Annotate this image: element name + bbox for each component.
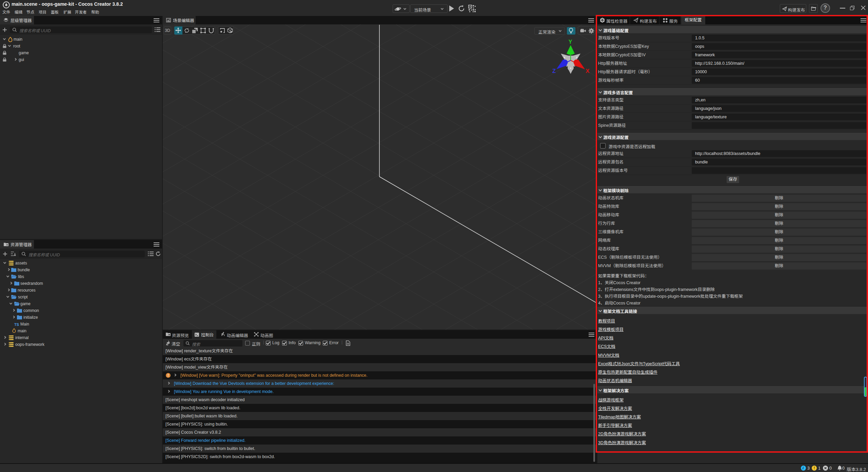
svg-text:Z: Z — [552, 68, 556, 74]
svg-text:Y: Y — [569, 39, 572, 45]
svg-text:X: X — [586, 68, 590, 74]
